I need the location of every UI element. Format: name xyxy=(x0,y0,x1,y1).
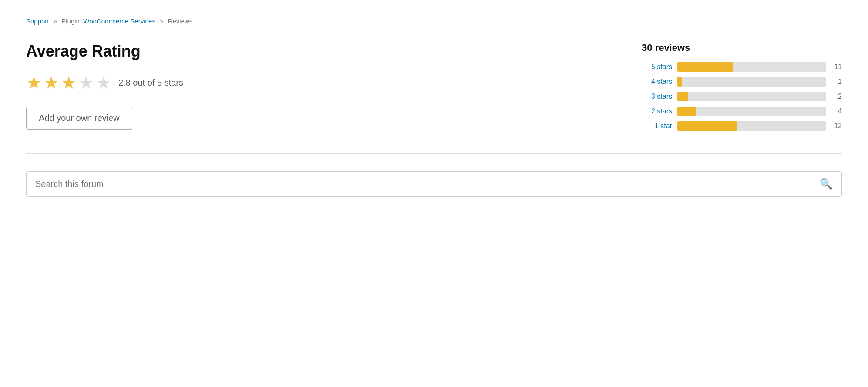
search-box: 🔍 xyxy=(26,171,842,197)
search-section: 🔍 xyxy=(26,171,842,197)
search-input[interactable] xyxy=(35,179,820,189)
star-1: ★ xyxy=(26,73,42,93)
search-icon[interactable]: 🔍 xyxy=(820,178,833,190)
breadcrumb-plugin-link[interactable]: WooCommerce Services xyxy=(83,17,155,25)
stars-display: ★ ★ ★ ★ ★ xyxy=(26,73,111,93)
reviews-count: 30 reviews xyxy=(642,42,842,53)
bar-track-3 xyxy=(677,107,826,116)
breadcrumb-reviews: Reviews xyxy=(168,17,193,25)
bar-count-0: 11 xyxy=(831,63,842,71)
star-2: ★ xyxy=(44,73,59,93)
bar-track-4 xyxy=(677,121,826,131)
right-panel: 30 reviews 5 stars114 stars13 stars22 st… xyxy=(642,42,842,136)
rating-bar-row: 5 stars11 xyxy=(642,62,842,72)
rating-text: 2.8 out of 5 stars xyxy=(118,78,183,88)
rating-label-1[interactable]: 4 stars xyxy=(642,78,672,86)
star-3: ★ xyxy=(61,73,77,93)
bar-track-1 xyxy=(677,77,826,87)
breadcrumb-sep2: » xyxy=(160,17,163,25)
star-4: ★ xyxy=(78,73,94,93)
breadcrumb-support-link[interactable]: Support xyxy=(26,17,49,25)
breadcrumb-plugin-prefix: Plugin: xyxy=(61,17,81,25)
rating-label-3[interactable]: 2 stars xyxy=(642,107,672,115)
bar-track-2 xyxy=(677,92,826,101)
add-review-button[interactable]: Add your own review xyxy=(26,107,132,130)
rating-bar-row: 2 stars4 xyxy=(642,107,842,116)
bar-fill-0 xyxy=(677,62,733,72)
breadcrumb: Support » Plugin: WooCommerce Services »… xyxy=(26,17,842,25)
bar-fill-2 xyxy=(677,92,688,101)
bar-count-2: 2 xyxy=(831,93,842,100)
bar-fill-4 xyxy=(677,121,737,131)
rating-bars: 5 stars114 stars13 stars22 stars41 star1… xyxy=(642,62,842,131)
bar-count-3: 4 xyxy=(831,107,842,115)
rating-bar-row: 1 star12 xyxy=(642,121,842,131)
bar-track-0 xyxy=(677,62,826,72)
rating-section: Average Rating ★ ★ ★ ★ ★ 2.8 out of 5 st… xyxy=(26,42,842,154)
left-panel: Average Rating ★ ★ ★ ★ ★ 2.8 out of 5 st… xyxy=(26,42,244,130)
bar-fill-3 xyxy=(677,107,696,116)
breadcrumb-sep1: » xyxy=(54,17,57,25)
rating-bar-row: 3 stars2 xyxy=(642,92,842,101)
star-5: ★ xyxy=(96,73,111,93)
rating-label-0[interactable]: 5 stars xyxy=(642,63,672,71)
bar-fill-1 xyxy=(677,77,682,87)
bar-count-4: 12 xyxy=(831,122,842,130)
stars-row: ★ ★ ★ ★ ★ 2.8 out of 5 stars xyxy=(26,73,244,93)
rating-bar-row: 4 stars1 xyxy=(642,77,842,87)
average-rating-title: Average Rating xyxy=(26,42,244,60)
rating-label-2[interactable]: 3 stars xyxy=(642,93,672,100)
page-wrapper: Support » Plugin: WooCommerce Services »… xyxy=(0,0,868,214)
rating-label-4[interactable]: 1 star xyxy=(642,122,672,130)
bar-count-1: 1 xyxy=(831,78,842,86)
